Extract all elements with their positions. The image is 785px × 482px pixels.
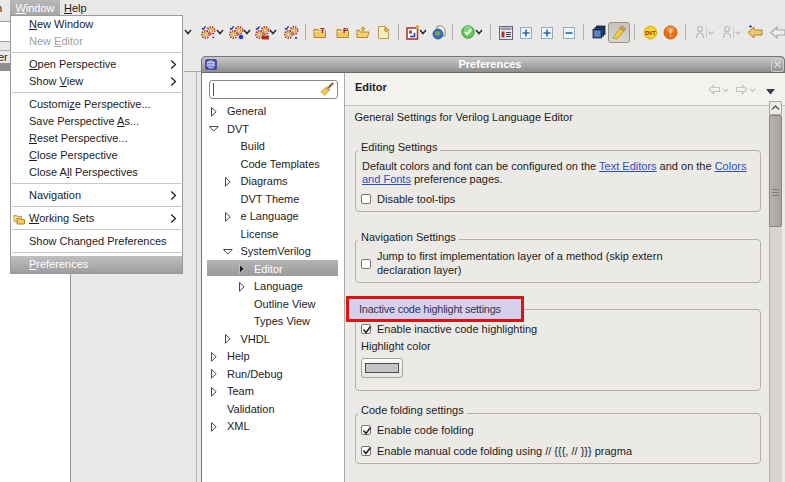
svg-text:P: P <box>343 26 349 35</box>
svg-text:DVT: DVT <box>646 30 656 36</box>
svg-text:T: T <box>320 26 325 35</box>
